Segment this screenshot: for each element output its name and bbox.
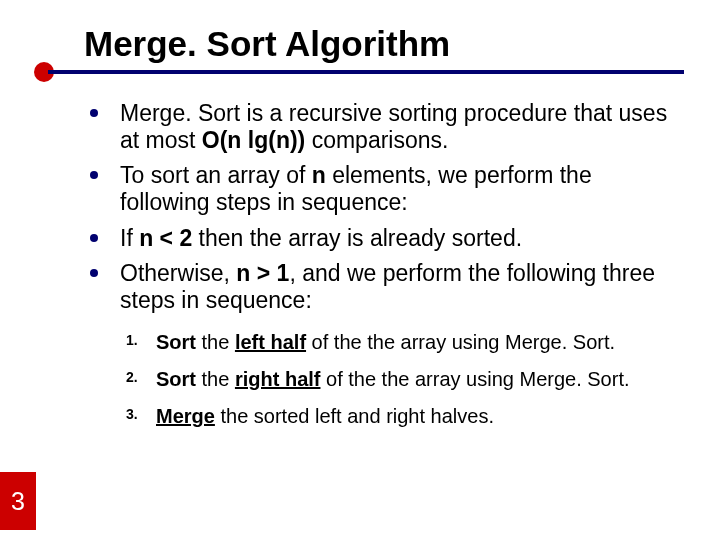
text-bold-underline: right half	[235, 368, 321, 390]
text: comparisons.	[305, 127, 448, 153]
text: If	[120, 225, 139, 251]
step-number: 2.	[126, 369, 138, 387]
step-number: 3.	[126, 406, 138, 424]
text: the	[196, 368, 235, 390]
slide: Merge. Sort Algorithm Merge. Sort is a r…	[0, 0, 720, 540]
bullet-item: Otherwise, n > 1, and we perform the fol…	[84, 260, 676, 314]
text: then the array is already sorted.	[192, 225, 522, 251]
rule-bar	[48, 70, 684, 74]
text: Otherwise,	[120, 260, 236, 286]
text-bold-underline: left half	[235, 331, 306, 353]
title-rule	[40, 70, 684, 74]
text-bold: Sort	[156, 331, 196, 353]
slide-number: 3	[11, 487, 25, 516]
text: the	[196, 331, 235, 353]
bullet-list: Merge. Sort is a recursive sorting proce…	[84, 100, 676, 314]
text: To sort an array of	[120, 162, 312, 188]
step-item: 1. Sort the left half of the the array u…	[126, 330, 676, 355]
text-bold: n	[312, 162, 326, 188]
slide-number-badge: 3	[0, 472, 36, 530]
bullet-item: To sort an array of n elements, we perfo…	[84, 162, 676, 216]
title-area: Merge. Sort Algorithm	[0, 0, 720, 74]
bullet-item: Merge. Sort is a recursive sorting proce…	[84, 100, 676, 154]
text-bold: Sort	[156, 368, 196, 390]
step-item: 3. Merge the sorted left and right halve…	[126, 404, 676, 429]
bullet-item: If n < 2 then the array is already sorte…	[84, 225, 676, 252]
step-number: 1.	[126, 332, 138, 350]
text: of the the array using Merge. Sort.	[320, 368, 629, 390]
step-item: 2. Sort the right half of the the array …	[126, 367, 676, 392]
numbered-steps: 1. Sort the left half of the the array u…	[84, 330, 676, 429]
text-bold: n > 1	[236, 260, 289, 286]
text-bold: O(n lg(n))	[202, 127, 305, 153]
text-bold-underline: Merge	[156, 405, 215, 427]
slide-title: Merge. Sort Algorithm	[84, 24, 720, 64]
text: of the the array using Merge. Sort.	[306, 331, 615, 353]
slide-body: Merge. Sort is a recursive sorting proce…	[0, 74, 720, 429]
text-bold: n < 2	[139, 225, 192, 251]
text: the sorted left and right halves.	[215, 405, 494, 427]
